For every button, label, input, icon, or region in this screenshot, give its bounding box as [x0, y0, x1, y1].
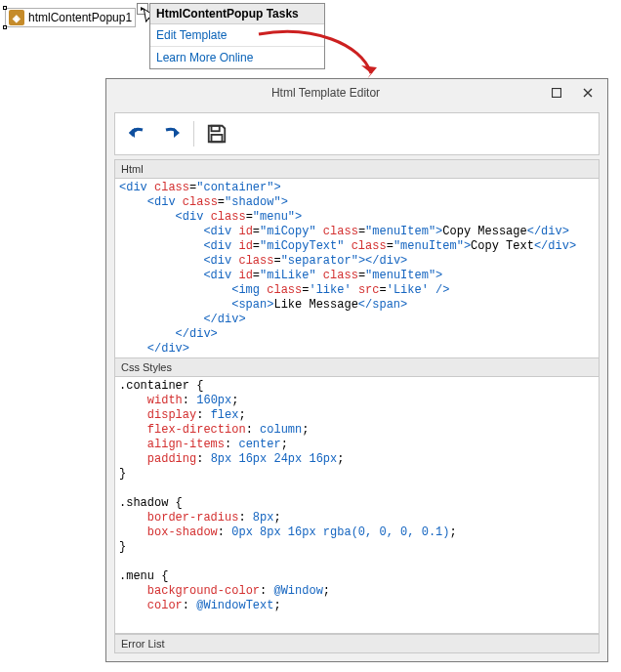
css-section-header[interactable]: Css Styles — [114, 358, 600, 376]
smart-tasks-popup: HtmlContentPopup Tasks Edit Template Lea… — [149, 3, 325, 69]
error-list-section[interactable]: Error List — [114, 634, 600, 653]
resize-handle[interactable] — [3, 25, 7, 29]
designer-control[interactable]: ◈ htmlContentPopup1 — [5, 8, 136, 27]
smart-tag-glyph[interactable]: ▸ — [137, 3, 148, 15]
resize-handle[interactable] — [3, 6, 7, 10]
html-code-editor[interactable]: <div class="container"> <div class="shad… — [114, 178, 600, 358]
editor-toolbar — [114, 112, 600, 155]
html-section-header[interactable]: Html — [114, 159, 600, 178]
tasks-title: HtmlContentPopup Tasks — [150, 4, 324, 24]
task-edit-template[interactable]: Edit Template — [150, 24, 324, 46]
html-template-editor-window: Html Template Editor Html <div class="co… — [105, 78, 608, 662]
task-learn-more[interactable]: Learn More Online — [150, 46, 324, 68]
window-title: Html Template Editor — [110, 86, 541, 100]
undo-button[interactable] — [121, 119, 154, 148]
titlebar[interactable]: Html Template Editor — [106, 79, 607, 106]
toolbar-separator — [193, 121, 194, 147]
component-icon: ◈ — [9, 10, 24, 25]
control-name-label: htmlContentPopup1 — [28, 11, 132, 24]
svg-rect-1 — [212, 126, 220, 132]
close-button[interactable] — [572, 82, 603, 104]
redo-button[interactable] — [154, 119, 187, 148]
save-button[interactable] — [200, 119, 233, 148]
maximize-button[interactable] — [541, 82, 572, 104]
css-code-editor[interactable]: .container { width: 160px; display: flex… — [114, 376, 600, 634]
svg-rect-0 — [553, 89, 561, 98]
svg-rect-2 — [212, 135, 223, 142]
